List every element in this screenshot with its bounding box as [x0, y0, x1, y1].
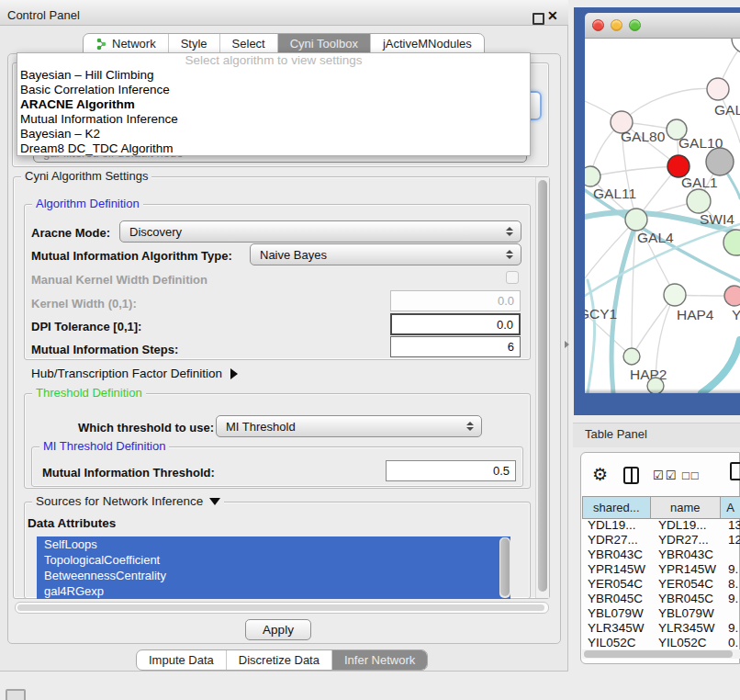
table-cell[interactable]: [726, 548, 740, 562]
tab-impute-data[interactable]: Impute Data: [137, 650, 227, 670]
algorithm-item-mutual-information-inference[interactable]: Mutual Information Inference: [17, 112, 530, 127]
table-row[interactable]: YBL079WYBL079W: [582, 606, 740, 621]
table-cell[interactable]: YBL079W: [653, 606, 726, 621]
manual-kernel-width-checkbox[interactable]: [506, 271, 519, 284]
attribute-item-selfloops[interactable]: SelfLoops: [37, 536, 510, 552]
table-cell[interactable]: YIL052C: [653, 636, 726, 649]
network-edge[interactable]: [590, 166, 678, 176]
network-node-gal4[interactable]: [625, 209, 647, 231]
tab-infer-network[interactable]: Infer Network: [332, 650, 427, 670]
algorithm-item-dream8-dc-tdc-algorithm[interactable]: Dream8 DC_TDC Algorithm: [17, 141, 530, 156]
algorithm-item-basic-correlation-inference[interactable]: Basic Correlation Inference: [17, 83, 530, 97]
table-cell[interactable]: YIL052C: [582, 636, 653, 649]
table-row[interactable]: YER054CYER054C8.: [582, 577, 740, 592]
table-cell[interactable]: 9.: [726, 592, 740, 606]
export-table-icon[interactable]: [730, 462, 740, 480]
network-node-gal11[interactable]: [585, 166, 600, 186]
which-threshold-combo[interactable]: MI Threshold: [216, 415, 482, 437]
table-cell[interactable]: 8.: [726, 577, 740, 592]
settings-scrollbar[interactable]: [535, 177, 549, 598]
table-hscrollbar[interactable]: [582, 649, 740, 659]
table-cell[interactable]: YER054C: [582, 577, 653, 592]
algorithm-item-bayesian-hill-climbing[interactable]: Bayesian – Hill Climbing: [17, 68, 530, 83]
close-icon[interactable]: ✕: [547, 8, 558, 23]
tab-select[interactable]: Select: [220, 34, 278, 53]
attribute-item-topologicalcoefficient[interactable]: TopologicalCoefficient: [37, 552, 510, 568]
tab-jactivemnodules[interactable]: jActiveMNodules: [371, 34, 484, 53]
tab-discretize-data[interactable]: Discretize Data: [227, 650, 332, 670]
settings-scrollbar-thumb[interactable]: [538, 180, 547, 592]
table-row[interactable]: YBR043CYBR043C: [582, 548, 740, 562]
network-edge[interactable]: [588, 280, 595, 393]
table-cell[interactable]: 13: [726, 518, 740, 533]
table-cell[interactable]: 0.: [726, 636, 740, 649]
table-cell[interactable]: YPR145W: [653, 562, 726, 577]
kernel-width-field[interactable]: 0.0: [390, 290, 521, 311]
table-cell[interactable]: YDL19...: [653, 518, 726, 533]
table-row[interactable]: YPR145WYPR145W9.: [582, 562, 740, 577]
splitpane-collapse-arrow[interactable]: [565, 341, 569, 348]
tab-cyni-toolbox[interactable]: Cyni Toolbox: [278, 34, 371, 53]
column-view-icon[interactable]: [623, 467, 639, 484]
table-cell[interactable]: YBR043C: [582, 548, 653, 562]
table-cell[interactable]: YER054C: [653, 577, 726, 592]
table-cell[interactable]: YBR043C: [653, 548, 726, 562]
minimize-traffic-light[interactable]: [611, 19, 622, 31]
table-cell[interactable]: 9.: [726, 621, 740, 636]
select-all-checkboxes-icon[interactable]: ☑☑: [653, 469, 678, 482]
gear-icon[interactable]: ⚙: [592, 464, 608, 485]
mi-algorithm-type-combo[interactable]: Naive Bayes: [250, 243, 521, 265]
aracne-mode-combo[interactable]: Discovery: [119, 220, 521, 243]
dpi-tolerance-field[interactable]: 0.0: [390, 313, 521, 335]
table-cell[interactable]: YDR27...: [582, 533, 653, 548]
network-node-hap2[interactable]: [623, 348, 640, 365]
tab-style[interactable]: Style: [169, 34, 220, 53]
attribute-item-betweennesscentrality[interactable]: BetweennessCentrality: [37, 568, 510, 583]
attribute-item-gal4rgexp[interactable]: gal4RGexp: [37, 583, 510, 599]
network-node-hap4[interactable]: [664, 284, 686, 306]
table-cell[interactable]: YDR27...: [653, 533, 726, 548]
network-edge[interactable]: [701, 340, 740, 393]
column-header-name[interactable]: name: [651, 497, 721, 518]
hub-factor-section-toggle[interactable]: Hub/Transcription Factor Definition: [31, 367, 238, 380]
table-cell[interactable]: 12: [726, 533, 740, 548]
settings-hscrollbar[interactable]: [15, 602, 549, 614]
table-cell[interactable]: YBR045C: [653, 592, 726, 606]
zoom-traffic-light[interactable]: [629, 19, 641, 31]
attributes-list-scrollbar-thumb[interactable]: [500, 538, 510, 596]
column-header-shared[interactable]: shared...: [583, 497, 651, 518]
apply-button[interactable]: Apply: [245, 619, 311, 640]
table-cell[interactable]: 9.: [726, 562, 740, 577]
table-row[interactable]: YBR045CYBR045C9.: [582, 592, 740, 606]
table-cell[interactable]: YBR045C: [582, 592, 653, 606]
table-row[interactable]: YIL052CYIL052C0.: [582, 636, 740, 649]
network-canvas[interactable]: GALGAL80GAL10GAL1GAL11GAL4SWI4GCY1HAP4YH…: [585, 39, 740, 393]
tab-network[interactable]: Network: [84, 34, 169, 53]
network-node[interactable]: [706, 148, 734, 175]
sources-group-title[interactable]: Sources for Network Inference: [32, 494, 224, 508]
network-node-gal1[interactable]: [687, 189, 711, 213]
column-header-a[interactable]: A: [721, 497, 740, 518]
table-cell[interactable]: YLR345W: [653, 621, 726, 636]
minimized-panel-icon[interactable]: [6, 689, 26, 700]
table-cell[interactable]: YPR145W: [582, 562, 653, 577]
table-row[interactable]: YLR345WYLR345W9.: [582, 621, 740, 636]
close-traffic-light[interactable]: [592, 19, 604, 31]
network-node-swi4[interactable]: [723, 230, 740, 255]
algorithm-item-bayesian-k2[interactable]: Bayesian – K2: [17, 127, 530, 141]
network-edge[interactable]: [622, 88, 718, 122]
float-window-icon[interactable]: [533, 13, 544, 25]
table-cell[interactable]: YLR345W: [582, 621, 653, 636]
attributes-list-scrollbar[interactable]: [499, 537, 510, 598]
mi-threshold-field[interactable]: 0.5: [386, 460, 516, 481]
network-node-y[interactable]: [724, 286, 740, 306]
network-edge[interactable]: [585, 220, 636, 299]
mi-steps-field[interactable]: 6: [390, 336, 521, 357]
network-node[interactable]: [732, 39, 740, 53]
table-hscrollbar-thumb[interactable]: [584, 650, 733, 658]
algorithm-item-aracne-algorithm[interactable]: ARACNE Algorithm: [17, 97, 530, 112]
table-cell[interactable]: YBL079W: [582, 606, 653, 621]
table-cell[interactable]: [726, 606, 740, 621]
network-node-gal[interactable]: [707, 78, 729, 100]
settings-hscrollbar-thumb[interactable]: [17, 604, 544, 611]
